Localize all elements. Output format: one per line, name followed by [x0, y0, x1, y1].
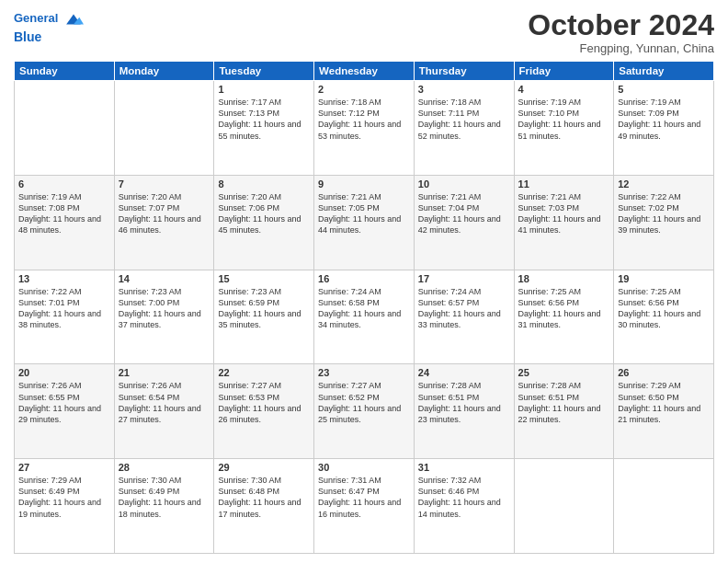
day-cell: 24Sunrise: 7:28 AM Sunset: 6:51 PM Dayli…: [414, 364, 514, 459]
day-number: 29: [218, 462, 310, 473]
day-number: 1: [218, 84, 310, 95]
day-number: 14: [119, 273, 210, 284]
day-number: 24: [418, 367, 510, 378]
week-row-5: 27Sunrise: 7:29 AM Sunset: 6:49 PM Dayli…: [15, 459, 714, 554]
day-cell: 2Sunrise: 7:18 AM Sunset: 7:12 PM Daylig…: [314, 81, 415, 176]
calendar-page: General Blue October 2024 Fengping, Yunn…: [0, 0, 728, 563]
day-info: Sunrise: 7:23 AM Sunset: 7:00 PM Dayligh…: [119, 286, 210, 331]
weekday-header-friday: Friday: [514, 62, 614, 81]
day-cell: 10Sunrise: 7:21 AM Sunset: 7:04 PM Dayli…: [414, 175, 514, 270]
day-number: 4: [518, 84, 610, 95]
day-info: Sunrise: 7:30 AM Sunset: 6:48 PM Dayligh…: [218, 475, 310, 520]
day-info: Sunrise: 7:28 AM Sunset: 6:51 PM Dayligh…: [518, 380, 610, 425]
day-info: Sunrise: 7:29 AM Sunset: 6:50 PM Dayligh…: [618, 380, 710, 425]
day-cell: 26Sunrise: 7:29 AM Sunset: 6:50 PM Dayli…: [614, 364, 714, 459]
weekday-header-wednesday: Wednesday: [314, 62, 415, 81]
day-info: Sunrise: 7:24 AM Sunset: 6:58 PM Dayligh…: [318, 286, 410, 331]
day-cell: 11Sunrise: 7:21 AM Sunset: 7:03 PM Dayli…: [514, 175, 614, 270]
day-cell: [614, 459, 714, 554]
day-number: 22: [218, 367, 310, 378]
month-title: October 2024: [528, 9, 714, 41]
day-cell: 20Sunrise: 7:26 AM Sunset: 6:55 PM Dayli…: [15, 364, 115, 459]
day-info: Sunrise: 7:27 AM Sunset: 6:53 PM Dayligh…: [218, 380, 310, 425]
day-info: Sunrise: 7:21 AM Sunset: 7:05 PM Dayligh…: [318, 191, 410, 236]
day-info: Sunrise: 7:18 AM Sunset: 7:11 PM Dayligh…: [418, 97, 510, 142]
day-info: Sunrise: 7:22 AM Sunset: 7:01 PM Dayligh…: [18, 286, 110, 331]
day-cell: 6Sunrise: 7:19 AM Sunset: 7:08 PM Daylig…: [15, 175, 115, 270]
week-row-4: 20Sunrise: 7:26 AM Sunset: 6:55 PM Dayli…: [15, 364, 714, 459]
week-row-3: 13Sunrise: 7:22 AM Sunset: 7:01 PM Dayli…: [15, 270, 714, 364]
day-cell: 1Sunrise: 7:17 AM Sunset: 7:13 PM Daylig…: [214, 81, 314, 176]
day-info: Sunrise: 7:24 AM Sunset: 6:57 PM Dayligh…: [418, 286, 510, 331]
day-cell: 9Sunrise: 7:21 AM Sunset: 7:05 PM Daylig…: [314, 175, 415, 270]
day-cell: 25Sunrise: 7:28 AM Sunset: 6:51 PM Dayli…: [514, 364, 614, 459]
day-cell: [114, 81, 214, 176]
day-cell: 28Sunrise: 7:30 AM Sunset: 6:49 PM Dayli…: [114, 459, 214, 554]
logo-blue-text: Blue: [14, 29, 84, 45]
day-number: 10: [418, 178, 510, 190]
weekday-header-thursday: Thursday: [414, 62, 514, 81]
day-cell: 14Sunrise: 7:23 AM Sunset: 7:00 PM Dayli…: [114, 270, 214, 364]
day-info: Sunrise: 7:29 AM Sunset: 6:49 PM Dayligh…: [18, 475, 110, 520]
day-info: Sunrise: 7:31 AM Sunset: 6:47 PM Dayligh…: [318, 475, 410, 520]
day-number: 16: [318, 273, 410, 284]
day-info: Sunrise: 7:26 AM Sunset: 6:55 PM Dayligh…: [18, 380, 110, 425]
day-number: 17: [418, 273, 510, 284]
day-number: 19: [618, 273, 710, 284]
day-number: 28: [119, 462, 210, 473]
day-cell: 30Sunrise: 7:31 AM Sunset: 6:47 PM Dayli…: [314, 459, 415, 554]
weekday-header-row: SundayMondayTuesdayWednesdayThursdayFrid…: [15, 62, 714, 81]
day-number: 21: [119, 367, 210, 378]
day-cell: 21Sunrise: 7:26 AM Sunset: 6:54 PM Dayli…: [114, 364, 214, 459]
day-number: 7: [119, 178, 210, 190]
day-info: Sunrise: 7:21 AM Sunset: 7:03 PM Dayligh…: [518, 191, 610, 236]
day-info: Sunrise: 7:26 AM Sunset: 6:54 PM Dayligh…: [119, 380, 210, 425]
day-number: 12: [618, 178, 710, 190]
day-cell: 12Sunrise: 7:22 AM Sunset: 7:02 PM Dayli…: [614, 175, 714, 270]
location: Fengping, Yunnan, China: [528, 41, 714, 55]
day-number: 23: [318, 367, 410, 378]
day-number: 11: [518, 178, 610, 190]
weekday-header-sunday: Sunday: [15, 62, 115, 81]
day-cell: 13Sunrise: 7:22 AM Sunset: 7:01 PM Dayli…: [15, 270, 115, 364]
day-info: Sunrise: 7:25 AM Sunset: 6:56 PM Dayligh…: [618, 286, 710, 331]
day-number: 26: [618, 367, 710, 378]
day-number: 3: [418, 84, 510, 95]
day-cell: 31Sunrise: 7:32 AM Sunset: 6:46 PM Dayli…: [414, 459, 514, 554]
day-number: 9: [318, 178, 410, 190]
day-info: Sunrise: 7:28 AM Sunset: 6:51 PM Dayligh…: [418, 380, 510, 425]
day-info: Sunrise: 7:17 AM Sunset: 7:13 PM Dayligh…: [218, 97, 310, 142]
title-area: October 2024 Fengping, Yunnan, China: [528, 9, 714, 55]
day-number: 27: [18, 462, 110, 473]
week-row-2: 6Sunrise: 7:19 AM Sunset: 7:08 PM Daylig…: [15, 175, 714, 270]
day-number: 15: [218, 273, 310, 284]
day-info: Sunrise: 7:20 AM Sunset: 7:07 PM Dayligh…: [119, 191, 210, 236]
day-number: 30: [318, 462, 410, 473]
day-number: 6: [18, 178, 110, 190]
day-number: 31: [418, 462, 510, 473]
day-cell: 29Sunrise: 7:30 AM Sunset: 6:48 PM Dayli…: [214, 459, 314, 554]
day-info: Sunrise: 7:21 AM Sunset: 7:04 PM Dayligh…: [418, 191, 510, 236]
day-number: 2: [318, 84, 410, 95]
calendar-table: SundayMondayTuesdayWednesdayThursdayFrid…: [14, 61, 714, 554]
weekday-header-tuesday: Tuesday: [214, 62, 314, 81]
day-info: Sunrise: 7:23 AM Sunset: 6:59 PM Dayligh…: [218, 286, 310, 331]
day-info: Sunrise: 7:25 AM Sunset: 6:56 PM Dayligh…: [518, 286, 610, 331]
weekday-header-monday: Monday: [114, 62, 214, 81]
logo-text: General: [14, 9, 84, 29]
day-cell: 18Sunrise: 7:25 AM Sunset: 6:56 PM Dayli…: [514, 270, 614, 364]
day-number: 20: [18, 367, 110, 378]
day-cell: 4Sunrise: 7:19 AM Sunset: 7:10 PM Daylig…: [514, 81, 614, 176]
day-cell: 19Sunrise: 7:25 AM Sunset: 6:56 PM Dayli…: [614, 270, 714, 364]
day-info: Sunrise: 7:19 AM Sunset: 7:08 PM Dayligh…: [18, 191, 110, 236]
day-number: 25: [518, 367, 610, 378]
day-cell: 15Sunrise: 7:23 AM Sunset: 6:59 PM Dayli…: [214, 270, 314, 364]
day-cell: 22Sunrise: 7:27 AM Sunset: 6:53 PM Dayli…: [214, 364, 314, 459]
day-cell: 8Sunrise: 7:20 AM Sunset: 7:06 PM Daylig…: [214, 175, 314, 270]
day-info: Sunrise: 7:30 AM Sunset: 6:49 PM Dayligh…: [119, 475, 210, 520]
day-cell: 27Sunrise: 7:29 AM Sunset: 6:49 PM Dayli…: [15, 459, 115, 554]
day-cell: 17Sunrise: 7:24 AM Sunset: 6:57 PM Dayli…: [414, 270, 514, 364]
day-info: Sunrise: 7:19 AM Sunset: 7:10 PM Dayligh…: [518, 97, 610, 142]
day-info: Sunrise: 7:27 AM Sunset: 6:52 PM Dayligh…: [318, 380, 410, 425]
week-row-1: 1Sunrise: 7:17 AM Sunset: 7:13 PM Daylig…: [15, 81, 714, 176]
